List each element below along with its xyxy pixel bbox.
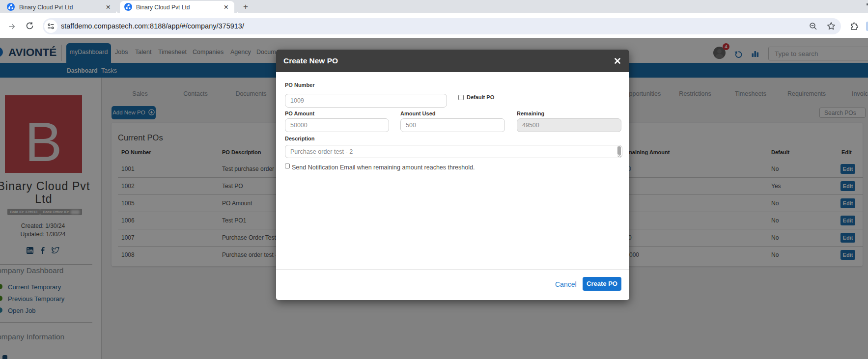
amount-used-label: Amount Used [400, 110, 436, 116]
reload-icon[interactable] [26, 22, 34, 30]
create-po-button[interactable]: Create PO [583, 277, 621, 291]
description-textarea[interactable]: Purchase order test - 2 [285, 145, 622, 158]
browser-toolbar: staffdemo.compastech.com:8188/app/#/comp… [0, 13, 868, 38]
textarea-resize-handle[interactable] [618, 154, 621, 157]
default-po-label: Default PO [467, 94, 494, 100]
site-settings-icon[interactable] [48, 23, 54, 29]
extensions-puzzle-icon[interactable] [849, 21, 859, 31]
tab-close-icon[interactable]: ✕ [224, 3, 228, 11]
forward-icon[interactable] [8, 23, 16, 30]
default-po-checkbox[interactable] [458, 95, 464, 100]
profile-chip-fragment [866, 22, 868, 31]
amount-used-input[interactable]: 500 [400, 118, 505, 132]
new-tab-button[interactable]: + [240, 1, 251, 12]
modal-close-icon[interactable] [615, 58, 620, 64]
notification-label: Send Notification Email when remaining a… [292, 164, 475, 171]
po-number-input[interactable]: 1009 [285, 94, 447, 108]
tab-favicon [124, 3, 132, 11]
url-text[interactable]: staffdemo.compastech.com:8188/app/#/comp… [61, 22, 244, 30]
po-amount-input[interactable]: 50000 [285, 118, 389, 132]
zoom-out-icon[interactable] [809, 22, 817, 30]
po-amount-label: PO Amount [285, 110, 314, 116]
create-new-po-modal: Create New PO PO Number 1009 Default PO … [276, 50, 629, 300]
remaining-label: Remaining [517, 110, 544, 116]
description-label: Description [285, 136, 315, 141]
tab-title: Binary Cloud Pvt Ltd [136, 4, 190, 11]
modal-footer-divider [276, 269, 629, 270]
notification-checkbox[interactable] [285, 164, 290, 168]
tab-favicon [7, 3, 15, 11]
remaining-input: 49500 [517, 118, 621, 132]
tab-close-icon[interactable]: ✕ [106, 3, 111, 11]
tab-title: Binary Cloud Pvt Ltd [19, 4, 73, 11]
po-number-label: PO Number [285, 82, 315, 88]
bookmark-star-icon[interactable] [827, 22, 836, 30]
cancel-button[interactable]: Cancel [555, 280, 577, 288]
modal-title: Create New PO [283, 56, 338, 65]
browser-tab-active[interactable]: Binary Cloud Pvt Ltd ✕ [120, 1, 234, 13]
browser-tab-inactive[interactable]: Binary Cloud Pvt Ltd ✕ [0, 1, 120, 13]
browser-tab-strip: Binary Cloud Pvt Ltd ✕ Binary Cloud Pvt … [0, 0, 868, 13]
